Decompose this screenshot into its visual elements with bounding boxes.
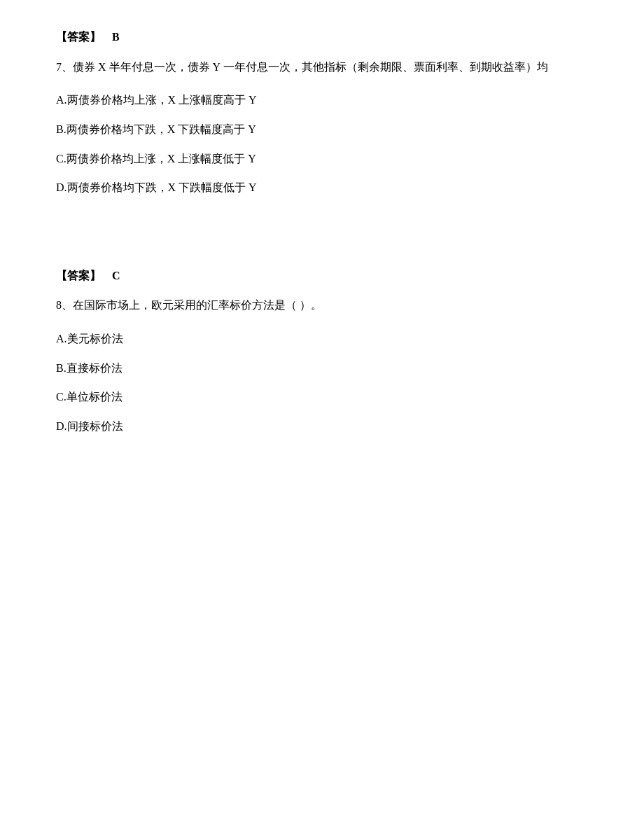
option-2-a: A.美元标价法: [56, 330, 588, 348]
section-2: 【答案】 C 8、在国际市场上，欧元采用的汇率标价方法是（ ）。 A.美元标价法…: [56, 267, 588, 436]
option-2-c: C.单位标价法: [56, 388, 588, 406]
answer-label-text-1: 【答案】: [56, 31, 101, 43]
option-2-b: B.直接标价法: [56, 359, 588, 377]
answer-label-1: 【答案】 B: [56, 28, 588, 46]
option-1-a: A.两债券价格均上涨，X 上涨幅度高于 Y: [56, 91, 588, 109]
question-number-2: 8: [56, 299, 62, 311]
option-1-c: C.两债券价格均上涨，X 上涨幅度低于 Y: [56, 150, 588, 168]
question-text-1: 7、债券 X 半年付息一次，债券 Y 一年付息一次，其他指标（剩余期限、票面利率…: [56, 57, 588, 78]
option-1-b: B.两债券价格均下跌，X 下跌幅度高于 Y: [56, 120, 588, 139]
section-1: 【答案】 B 7、债券 X 半年付息一次，债券 Y 一年付息一次，其他指标（剩余…: [56, 28, 588, 197]
option-1-d: D.两债券价格均下跌，X 下跌幅度低于 Y: [56, 179, 588, 197]
question-body-1: 、债券 X 半年付息一次，债券 Y 一年付息一次，其他指标（剩余期限、票面利率、…: [62, 61, 548, 73]
question-number-1: 7: [56, 61, 62, 73]
option-2-d: D.间接标价法: [56, 417, 588, 436]
answer-label-text-2: 【答案】: [56, 270, 101, 282]
answer-value-1: B: [112, 31, 120, 43]
question-body-2: 、在国际市场上，欧元采用的汇率标价方法是（ ）。: [62, 299, 322, 311]
question-text-2: 8、在国际市场上，欧元采用的汇率标价方法是（ ）。: [56, 296, 588, 316]
spacer-1: [56, 225, 588, 267]
answer-value-2: C: [112, 270, 120, 282]
answer-label-2: 【答案】 C: [56, 267, 588, 285]
